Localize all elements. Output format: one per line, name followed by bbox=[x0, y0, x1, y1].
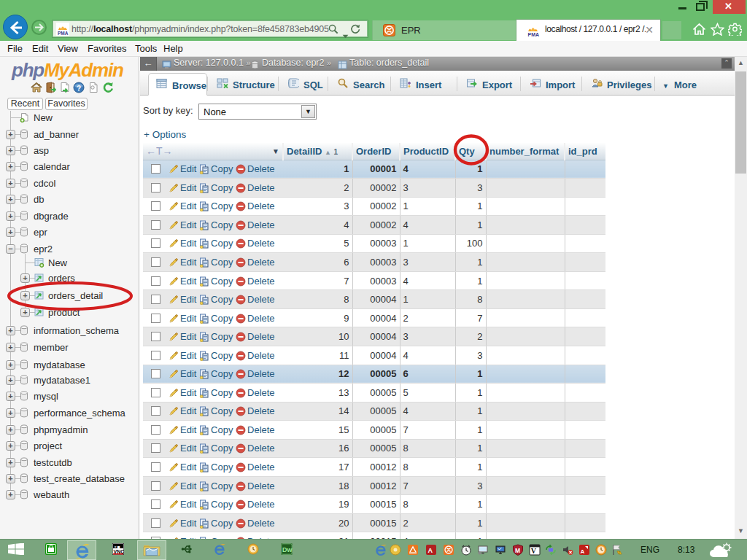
svg-text:PMA: PMA bbox=[58, 31, 69, 36]
svg-text:Dw: Dw bbox=[282, 546, 293, 553]
svg-text:M: M bbox=[515, 547, 520, 554]
svg-text:VNC: VNC bbox=[114, 549, 125, 554]
svg-text:A: A bbox=[581, 548, 585, 555]
svg-text:?: ? bbox=[77, 85, 81, 93]
svg-text:V: V bbox=[531, 547, 537, 555]
svg-text:A: A bbox=[428, 547, 433, 554]
svg-text:PMA: PMA bbox=[528, 32, 540, 37]
